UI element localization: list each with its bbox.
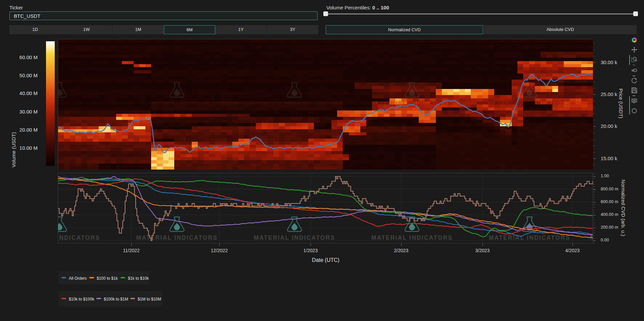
svg-text:MATERIAL INDICATORS: MATERIAL INDICATORS bbox=[58, 234, 100, 241]
svg-text:MATERIAL INDICATORS: MATERIAL INDICATORS bbox=[371, 234, 453, 241]
svg-text:MATERIAL INDICATORS: MATERIAL INDICATORS bbox=[254, 99, 335, 106]
svg-text:$10k to $100k: $10k to $100k bbox=[69, 297, 94, 302]
svg-text:MATERIAL INDICATORS: MATERIAL INDICATORS bbox=[254, 234, 335, 241]
svg-text:$100 to $1k: $100 to $1k bbox=[97, 276, 118, 281]
svg-text:MATERIAL INDICATORS: MATERIAL INDICATORS bbox=[489, 234, 570, 241]
svg-text:All Orders: All Orders bbox=[69, 276, 87, 281]
svg-text:$1k to $10k: $1k to $10k bbox=[128, 276, 149, 281]
svg-text:MATERIAL INDICATORS: MATERIAL INDICATORS bbox=[489, 99, 570, 106]
svg-text:MATERIAL INDICATORS: MATERIAL INDICATORS bbox=[136, 99, 218, 106]
svg-text:MATERIAL INDICATORS: MATERIAL INDICATORS bbox=[58, 99, 100, 106]
svg-text:$100k to $1M: $100k to $1M bbox=[104, 297, 128, 302]
svg-text:$1M to $10M: $1M to $10M bbox=[138, 297, 161, 302]
